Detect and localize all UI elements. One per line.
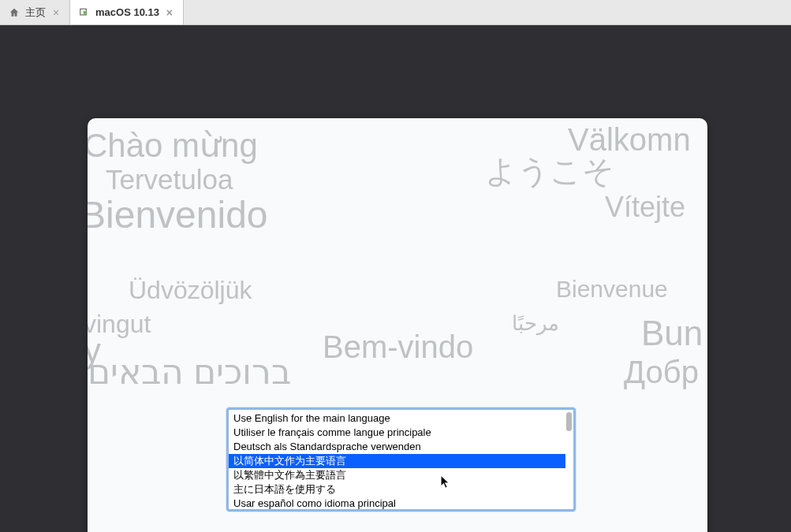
welcome-word: Chào mừng [88,126,258,165]
language-option[interactable]: Use English for the main language [229,411,565,426]
tab-label: 主页 [25,6,46,20]
welcome-word: Добр [624,355,699,390]
welcome-word: Vítejte [605,191,685,224]
language-list[interactable]: Use English for the main languageUtilise… [229,410,565,509]
vm-icon [78,6,91,19]
language-option[interactable]: 以简体中文作为主要语言 [229,454,565,468]
close-icon[interactable]: × [164,7,175,18]
language-list-box: Use English for the main languageUtilise… [226,407,576,512]
tab-home[interactable]: 主页 × [0,0,70,24]
welcome-word: مرحبًا [512,311,559,336]
language-option[interactable]: 主に日本語を使用する [229,482,565,497]
guest-display: Chào mừngTervetuloaBienvenidoようこそVälkomn… [0,25,791,532]
scrollbar[interactable] [565,410,573,509]
macos-setup-window: Chào mừngTervetuloaBienvenidoようこそVälkomn… [88,118,707,532]
language-option[interactable]: Utiliser le français comme langue princi… [229,426,565,440]
tab-bar: 主页 × macOS 10.13 × [0,0,791,25]
welcome-word: Bienvenido [88,193,268,236]
language-option[interactable]: Usar español como idioma principal [229,497,565,509]
language-option[interactable]: 以繁體中文作為主要語言 [229,468,565,482]
tab-label: macOS 10.13 [95,6,159,18]
language-option[interactable]: Deutsch als Standardsprache verwenden [229,440,565,454]
home-icon [8,6,21,19]
welcome-word: Bienvenue [556,276,668,303]
tab-vm[interactable]: macOS 10.13 × [70,0,184,24]
welcome-word: Bun [641,314,703,353]
welcome-word: ברוכים הבאים [88,352,291,392]
close-icon[interactable]: × [50,7,62,18]
scrollbar-thumb[interactable] [566,412,572,431]
welcome-word: Välkomn [568,122,691,158]
welcome-word: Tervetuloa [106,164,233,195]
welcome-word: Üdvözöljük [129,276,252,305]
welcome-word: Bem-vindo [323,329,473,365]
